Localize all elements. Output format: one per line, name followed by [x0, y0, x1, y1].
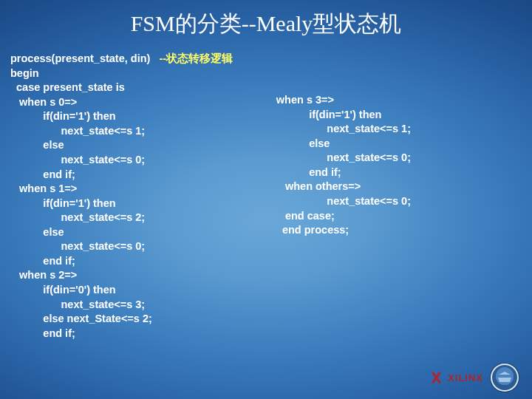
footer-logos: XILINX	[430, 364, 519, 392]
slide-body: process(present_state, din) --状态转移逻辑 beg…	[10, 52, 522, 389]
slide: FSM的分类--Mealy型状态机 process(present_state,…	[0, 0, 532, 399]
xilinx-logo: XILINX	[430, 371, 483, 384]
code-line-process: process(present_state, din)	[10, 52, 159, 64]
slide-title: FSM的分类--Mealy型状态机	[0, 0, 532, 39]
code-column-left: process(present_state, din) --状态转移逻辑 beg…	[10, 52, 276, 389]
code-left-body: begin case present_state is when s 0=> i…	[10, 67, 152, 339]
code-comment: --状态转移逻辑	[159, 52, 233, 64]
xilinx-x-icon	[430, 372, 442, 383]
university-program-badge	[491, 364, 519, 392]
code-column-right: when s 3=> if(din='1') then next_state<=…	[276, 52, 522, 389]
xilinx-wordmark: XILINX	[448, 372, 483, 383]
